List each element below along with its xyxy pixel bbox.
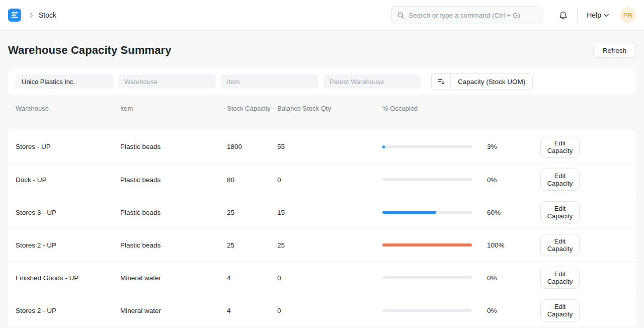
item-filter-input[interactable]: [221, 74, 318, 89]
column-header-warehouse: Warehouse: [16, 104, 120, 130]
filter-bar: Capacity (Stock UOM): [8, 69, 636, 94]
table-row: Finished Goods - UP Mineral water 4 0 0%…: [8, 261, 636, 294]
table-body: Stores - UP Plastic beads 1800 55 3% Edi…: [8, 130, 636, 326]
notifications-bell-icon[interactable]: [558, 11, 568, 20]
breadcrumb[interactable]: Stock: [39, 11, 56, 19]
progress-track: [382, 211, 472, 214]
occupancy-progress-bar: [382, 145, 472, 148]
cell-balance-stock-qty: 15: [277, 209, 382, 216]
cell-percent-occupied: 0%: [472, 307, 522, 314]
cell-stock-capacity: 4: [227, 307, 277, 314]
column-header-stock-capacity: Stock Capacity: [227, 104, 277, 130]
edit-capacity-button[interactable]: Edit Capacity: [540, 299, 580, 321]
warehouse-filter-input[interactable]: [118, 74, 216, 89]
cell-warehouse: Stores 3 - UP: [16, 209, 120, 216]
occupancy-progress-bar: [382, 309, 472, 312]
occupancy-progress-bar: [382, 243, 472, 247]
cell-warehouse: Dock - UP: [16, 176, 120, 184]
progress-fill: [382, 145, 385, 148]
cell-stock-capacity: 25: [227, 209, 277, 216]
table-row: Dock - UP Plastic beads 80 0 0% Edit Cap…: [8, 163, 636, 196]
sort-field-button[interactable]: Capacity (Stock UOM): [451, 74, 532, 90]
cell-balance-stock-qty: 0: [277, 176, 382, 184]
cell-balance-stock-qty: 55: [277, 143, 382, 150]
progress-fill: [382, 243, 472, 247]
column-header-percent-occupied: % Occupied: [382, 104, 472, 130]
help-menu[interactable]: Help: [587, 11, 609, 19]
chevron-right-icon: [29, 13, 34, 18]
table-row: Stores 2 - UP Plastic beads 25 25 100% E…: [8, 228, 636, 261]
edit-capacity-button[interactable]: Edit Capacity: [540, 234, 580, 256]
erpnext-logo-icon: [11, 12, 18, 19]
global-search[interactable]: [391, 6, 543, 24]
table-row: Stores - UP Plastic beads 1800 55 3% Edi…: [8, 130, 636, 163]
cell-percent-occupied: 100%: [472, 241, 522, 249]
column-header-balance-stock-qty: Balance Stock Qty: [277, 104, 382, 130]
navbar-divider: [577, 9, 578, 21]
cell-stock-capacity: 25: [227, 241, 277, 249]
navbar: Stock Help PR: [0, 0, 644, 31]
cell-item: Mineral water: [120, 274, 227, 282]
cell-percent-occupied: 0%: [472, 274, 522, 282]
sort-descending-icon[interactable]: [432, 74, 451, 90]
progress-track: [382, 145, 472, 148]
edit-capacity-button[interactable]: Edit Capacity: [540, 136, 580, 158]
cell-item: Plastic beads: [120, 241, 227, 249]
cell-item: Plastic beads: [120, 209, 227, 216]
cell-balance-stock-qty: 0: [277, 307, 382, 314]
occupancy-progress-bar: [382, 178, 472, 181]
page-head: Warehouse Capacity Summary Refresh: [0, 31, 644, 69]
cell-warehouse: Stores 2 - UP: [16, 307, 120, 314]
cell-item: Mineral water: [120, 307, 227, 314]
help-label: Help: [587, 11, 601, 19]
cell-percent-occupied: 3%: [472, 143, 522, 150]
search-icon: [397, 12, 405, 19]
company-filter-input[interactable]: [16, 74, 113, 89]
cell-warehouse: Stores - UP: [16, 143, 120, 150]
edit-capacity-button[interactable]: Edit Capacity: [540, 201, 580, 223]
refresh-button[interactable]: Refresh: [593, 43, 636, 58]
cell-item: Plastic beads: [120, 143, 227, 150]
cell-stock-capacity: 80: [227, 176, 277, 184]
parent-warehouse-filter-input[interactable]: [324, 74, 421, 89]
edit-capacity-button[interactable]: Edit Capacity: [540, 267, 580, 289]
sort-control: Capacity (Stock UOM): [431, 73, 533, 90]
search-input[interactable]: [409, 12, 538, 19]
column-header-item: Item: [120, 104, 227, 130]
cell-percent-occupied: 60%: [472, 209, 522, 216]
edit-capacity-button[interactable]: Edit Capacity: [540, 169, 580, 191]
app-logo[interactable]: [8, 9, 21, 22]
progress-fill: [382, 211, 436, 214]
occupancy-progress-bar: [382, 211, 472, 214]
chevron-down-icon: [604, 14, 609, 17]
user-avatar[interactable]: PR: [620, 7, 636, 23]
cell-warehouse: Finished Goods - UP: [16, 274, 120, 282]
table-header: Warehouse Item Stock Capacity Balance St…: [8, 94, 636, 130]
cell-stock-capacity: 4: [227, 274, 277, 282]
progress-track: [382, 309, 472, 312]
cell-balance-stock-qty: 0: [277, 274, 382, 282]
occupancy-progress-bar: [382, 276, 472, 279]
cell-balance-stock-qty: 25: [277, 241, 382, 249]
cell-stock-capacity: 1800: [227, 143, 277, 150]
page-title: Warehouse Capacity Summary: [8, 44, 172, 57]
cell-percent-occupied: 0%: [472, 176, 522, 184]
table-row: Stores 2 - UP Mineral water 4 0 0% Edit …: [8, 294, 636, 326]
progress-track: [382, 276, 472, 279]
progress-track: [382, 243, 472, 247]
progress-track: [382, 178, 472, 181]
cell-item: Plastic beads: [120, 176, 227, 184]
cell-warehouse: Stores 2 - UP: [16, 241, 120, 249]
table-row: Stores 3 - UP Plastic beads 25 15 60% Ed…: [8, 196, 636, 228]
